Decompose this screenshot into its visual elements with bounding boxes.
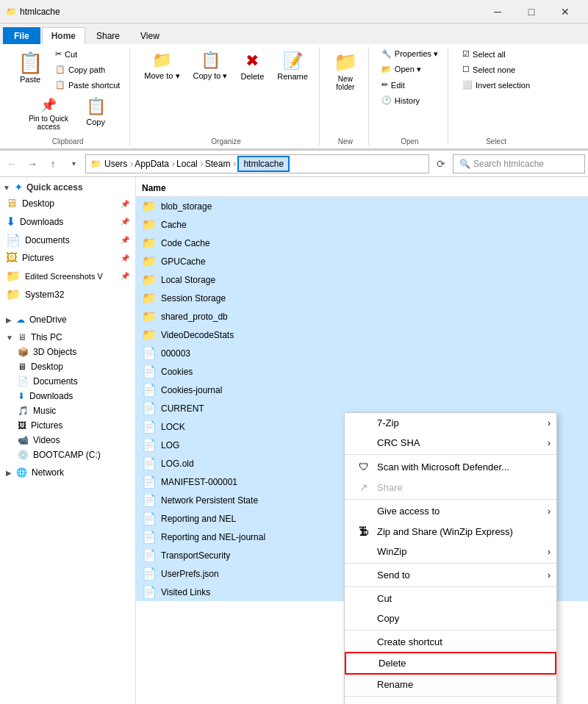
file-item-name: MANIFEST-000001	[161, 477, 237, 487]
delete-button[interactable]: ✖ Delete	[235, 48, 269, 85]
sidebar-item-downloads-pc[interactable]: ⬇ Downloads	[0, 389, 135, 403]
forward-button[interactable]: →	[24, 155, 41, 173]
breadcrumb-steam[interactable]: Steam ›	[205, 159, 238, 169]
tab-file[interactable]: File	[3, 27, 40, 44]
sidebar-item-desktop-quick[interactable]: 🖥 Desktop 📌	[0, 195, 135, 212]
quick-access-star-icon: ✦	[15, 182, 22, 193]
sidebar-item-onedrive[interactable]: ▶ ☁ OneDrive	[0, 312, 135, 327]
minimize-button[interactable]: ─	[481, 0, 514, 24]
file-icon: 📄	[142, 493, 157, 507]
context-menu: 7-Zip › CRC SHA › 🛡 Scan with Microsoft …	[344, 412, 557, 704]
breadcrumb-users[interactable]: Users ›	[104, 159, 135, 169]
docs-pc-icon: 📄	[18, 376, 29, 387]
winzip-express-icon: 🗜	[356, 525, 371, 537]
file-item[interactable]: 📁GPUCache	[136, 252, 588, 270]
pin-to-quick-button[interactable]: 📌 Pin to Quickaccess	[24, 93, 74, 134]
sidebar-item-desktop-pc[interactable]: 🖥 Desktop	[0, 359, 135, 374]
sidebar-item-network[interactable]: ▶ 🌐 Network	[0, 465, 135, 480]
ctx-delete[interactable]: Delete	[345, 652, 556, 675]
sidebar-item-videos[interactable]: 📹 Videos	[0, 433, 135, 448]
up-button[interactable]: ↑	[44, 155, 62, 173]
file-item[interactable]: 📄Cookies-journal	[136, 381, 588, 399]
tab-view[interactable]: View	[131, 27, 169, 44]
ctx-send-to[interactable]: Send to ›	[345, 565, 556, 585]
maximize-button[interactable]: □	[514, 0, 548, 24]
ctx-share[interactable]: ↗ Share	[345, 477, 556, 498]
ctx-winzip-express[interactable]: 🗜 Zip and Share (WinZip Express)	[345, 521, 556, 542]
sidebar-item-documents-pc[interactable]: 📄 Documents	[0, 374, 135, 389]
ctx-crc-sha[interactable]: CRC SHA ›	[345, 433, 556, 453]
ctx-copy[interactable]: Copy	[345, 608, 556, 628]
sidebar-item-system32[interactable]: 📁 System32	[0, 285, 135, 303]
dl-pc-icon: ⬇	[18, 391, 25, 401]
defender-icon: 🛡	[356, 461, 371, 473]
sidebar-item-pictures-pc[interactable]: 🖼 Pictures	[0, 418, 135, 433]
sidebar-item-music[interactable]: 🎵 Music	[0, 403, 135, 418]
ctx-properties[interactable]: Properties	[345, 698, 556, 704]
properties-button[interactable]: 🔧 Properties ▾	[378, 47, 442, 61]
file-item[interactable]: 📄000003	[136, 344, 588, 362]
paste-button[interactable]: 📋 Paste	[12, 47, 49, 87]
desktop-pc-icon: 🖥	[18, 362, 26, 372]
file-item[interactable]: 📁shared_proto_db	[136, 307, 588, 326]
open-button[interactable]: 📂 Open ▾	[378, 62, 442, 76]
sidebar-item-bootcamp[interactable]: 💿 BOOTCAMP (C:)	[0, 448, 135, 462]
file-icon: 📄	[142, 438, 157, 452]
sidebar-item-this-pc[interactable]: ▼ 🖥 This PC	[0, 330, 135, 345]
history-button[interactable]: 🕐 History	[378, 93, 442, 107]
sidebar-item-downloads-quick[interactable]: ⬇ Downloads 📌	[0, 212, 135, 231]
cut-button[interactable]: ✂ Cut	[51, 47, 123, 61]
copy-to-button[interactable]: 📋 Copy to ▾	[188, 47, 233, 85]
new-group: 📁 Newfolder New	[323, 47, 369, 146]
close-button[interactable]: ✕	[548, 0, 582, 24]
file-item[interactable]: 📁Local Storage	[136, 270, 588, 289]
file-item[interactable]: 📁Code Cache	[136, 234, 588, 252]
sidebar-item-3d-objects[interactable]: 📦 3D Objects	[0, 345, 135, 359]
file-item[interactable]: 📁Session Storage	[136, 289, 588, 307]
sidebar-item-pictures-quick[interactable]: 🖼 Pictures 📌	[0, 249, 135, 267]
tab-share[interactable]: Share	[87, 27, 129, 44]
ctx-sep-2	[345, 499, 556, 500]
file-item[interactable]: 📁VideoDecodeStats	[136, 326, 588, 344]
select-none-button[interactable]: ☐ Select none	[457, 62, 535, 76]
select-all-button[interactable]: ☑ Select all	[457, 47, 535, 61]
refresh-button[interactable]: ⟳	[432, 155, 450, 173]
ctx-give-access[interactable]: Give access to ›	[345, 501, 556, 521]
file-item[interactable]: 📁blob_storage	[136, 197, 588, 215]
breadcrumb-appdata[interactable]: AppData ›	[135, 159, 176, 169]
file-icon: 📄	[142, 530, 157, 544]
back-button[interactable]: ←	[3, 155, 21, 173]
breadcrumb-local[interactable]: Local ›	[176, 159, 205, 169]
copy-button[interactable]: 📋 Copy	[79, 93, 112, 134]
recent-button[interactable]: ▾	[65, 155, 82, 173]
onedrive-section: ▶ ☁ OneDrive	[0, 312, 135, 327]
open-buttons: 🔧 Properties ▾ 📂 Open ▾ ✏ Edit 🕐 History	[378, 47, 442, 107]
invert-selection-button[interactable]: ⬜ Invert selection	[457, 78, 535, 92]
pictures-icon: 🖼	[6, 251, 18, 265]
edited-icon: 📁	[6, 269, 21, 283]
rename-button[interactable]: 📝 Rename	[272, 48, 313, 85]
copy-path-button[interactable]: 📋 Copy path	[51, 62, 123, 76]
ctx-winzip[interactable]: WinZip ›	[345, 542, 556, 561]
ctx-create-shortcut[interactable]: Create shortcut	[345, 632, 556, 652]
crc-arrow-icon: ›	[548, 438, 551, 448]
breadcrumb[interactable]: 📁 Users › AppData › Local › Steam › html…	[85, 154, 429, 173]
file-item-name: blob_storage	[161, 201, 212, 212]
move-to-button[interactable]: 📁 Move to ▾	[139, 47, 184, 85]
file-item[interactable]: 📁Cache	[136, 215, 588, 234]
ctx-rename[interactable]: Rename	[345, 675, 556, 694]
paste-shortcut-button[interactable]: 📋 Paste shortcut	[51, 78, 123, 92]
ctx-scan-defender[interactable]: 🛡 Scan with Microsoft Defender...	[345, 456, 556, 477]
sidebar-item-edited-screenshots[interactable]: 📁 Edited Screenshots V 📌	[0, 267, 135, 285]
search-box[interactable]: 🔍 Search htmlcache	[453, 154, 585, 173]
pics-pc-icon: 🖼	[18, 420, 26, 431]
music-icon: 🎵	[18, 406, 29, 416]
ctx-7zip[interactable]: 7-Zip ›	[345, 413, 556, 433]
ctx-cut[interactable]: Cut	[345, 589, 556, 608]
edit-button[interactable]: ✏ Edit	[378, 78, 442, 92]
sidebar-item-documents-quick[interactable]: 📄 Documents 📌	[0, 231, 135, 249]
new-folder-button[interactable]: 📁 Newfolder	[329, 47, 362, 95]
breadcrumb-htmlcache[interactable]: htmlcache	[237, 156, 290, 172]
file-item[interactable]: 📄Cookies	[136, 362, 588, 381]
tab-home[interactable]: Home	[42, 27, 85, 44]
